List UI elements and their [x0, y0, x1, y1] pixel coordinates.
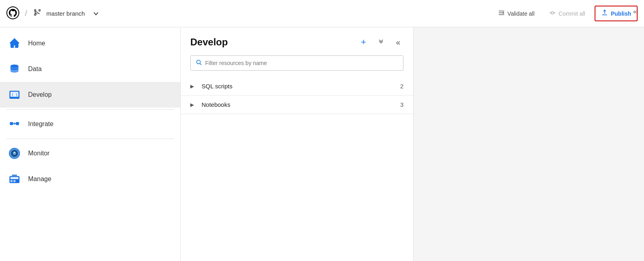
- sidebar-item-home-label: Home: [28, 40, 45, 47]
- expand-all-button[interactable]: [374, 37, 388, 47]
- monitor-icon: [8, 147, 21, 160]
- path-separator: /: [25, 9, 27, 18]
- branch-icon: [33, 8, 42, 19]
- branch-dropdown-button[interactable]: [90, 9, 102, 18]
- develop-panel: Develop + «: [181, 27, 414, 261]
- notebooks-chevron: ▶: [190, 102, 197, 108]
- search-icon: [196, 59, 202, 67]
- develop-panel-title: Develop: [190, 37, 353, 48]
- sidebar-item-integrate[interactable]: Integrate: [0, 111, 180, 137]
- sidebar-item-develop[interactable]: { } Develop: [0, 82, 180, 108]
- notebooks-count: 3: [400, 101, 404, 108]
- sql-scripts-count: 2: [400, 83, 404, 90]
- validate-all-label: Validate all: [507, 10, 534, 17]
- svg-point-1: [34, 10, 36, 11]
- svg-point-31: [197, 60, 200, 64]
- svg-marker-11: [10, 39, 19, 47]
- sidebar-item-manage-label: Manage: [28, 175, 51, 183]
- sidebar-item-data-label: Data: [28, 65, 42, 73]
- collapse-panel-icon: «: [396, 38, 400, 47]
- sidebar: « Home: [0, 27, 181, 261]
- list-item[interactable]: ▶ Notebooks 3: [181, 96, 413, 114]
- svg-point-0: [7, 7, 19, 19]
- main-layout: « Home: [0, 27, 644, 261]
- svg-rect-30: [12, 175, 17, 177]
- add-resource-button[interactable]: +: [358, 35, 369, 49]
- commit-all-button[interactable]: Commit all: [544, 7, 590, 20]
- svg-text:{ }: { }: [12, 93, 18, 97]
- sidebar-item-integrate-label: Integrate: [28, 120, 53, 128]
- validate-all-button[interactable]: Validate all: [493, 7, 539, 20]
- svg-rect-18: [16, 122, 19, 125]
- svg-rect-28: [10, 180, 12, 182]
- publish-label: Publish: [611, 10, 631, 17]
- sidebar-item-develop-label: Develop: [28, 91, 52, 98]
- sql-scripts-chevron: ▶: [190, 84, 197, 89]
- sidebar-item-data[interactable]: Data: [0, 56, 180, 82]
- manage-icon: [8, 173, 21, 186]
- sidebar-divider-2: [6, 139, 174, 139]
- svg-point-3: [34, 14, 36, 16]
- commit-all-label: Commit all: [558, 10, 585, 17]
- svg-line-32: [200, 63, 202, 65]
- github-icon: [6, 6, 19, 21]
- validate-all-icon: [498, 9, 505, 18]
- publish-icon: [601, 9, 608, 18]
- develop-icon: { }: [8, 88, 21, 101]
- resource-list: ▶ SQL scripts 2 ▶ Notebooks 3: [181, 77, 413, 261]
- svg-point-7: [551, 12, 554, 14]
- svg-point-2: [39, 10, 40, 11]
- sql-scripts-label: SQL scripts: [202, 83, 395, 90]
- svg-rect-27: [10, 177, 18, 179]
- home-icon: [8, 37, 21, 50]
- toolbar: / master branch Validate all: [0, 0, 644, 27]
- search-container: [181, 55, 413, 77]
- sidebar-item-monitor[interactable]: Monitor: [0, 141, 180, 166]
- branch-name: master branch: [47, 10, 85, 17]
- sidebar-item-manage[interactable]: Manage: [0, 166, 180, 192]
- search-box: [190, 55, 404, 71]
- integrate-icon: [8, 118, 21, 130]
- develop-header: Develop + «: [181, 27, 413, 55]
- svg-point-20: [14, 122, 16, 124]
- content-area: [414, 27, 644, 261]
- filter-resources-input[interactable]: [205, 60, 398, 66]
- data-icon: [8, 63, 21, 75]
- list-item[interactable]: ▶ SQL scripts 2: [181, 77, 413, 96]
- notebooks-label: Notebooks: [202, 101, 395, 108]
- svg-rect-17: [10, 122, 13, 125]
- sidebar-nav: « Home: [0, 27, 180, 261]
- collapse-panel-button[interactable]: «: [393, 36, 404, 49]
- sidebar-item-home[interactable]: Home: [0, 31, 180, 56]
- sidebar-item-monitor-label: Monitor: [28, 150, 49, 157]
- commit-all-icon: [549, 9, 556, 18]
- sidebar-divider-1: [6, 109, 174, 110]
- svg-rect-29: [14, 180, 16, 182]
